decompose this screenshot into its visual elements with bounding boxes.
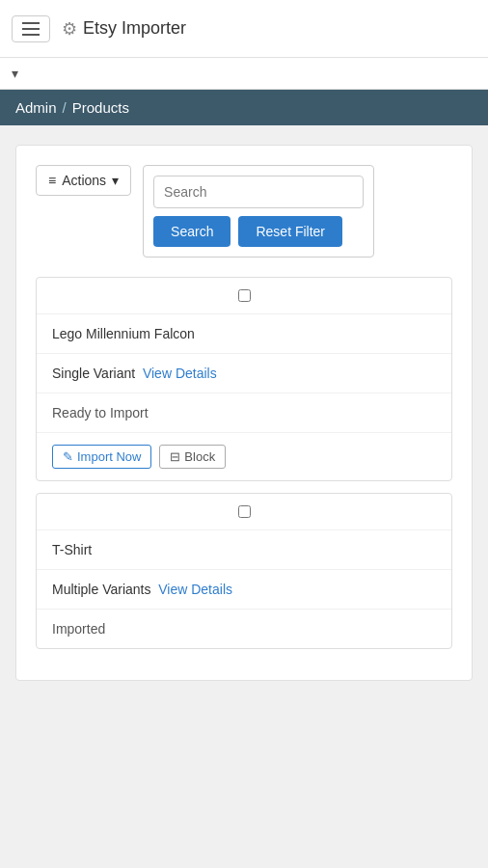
dropdown-arrow: ▾	[12, 66, 18, 81]
search-button[interactable]: Search	[153, 216, 230, 247]
dropdown-toggle-button[interactable]: ▾	[12, 66, 18, 81]
app-title-text: Etsy Importer	[83, 18, 186, 39]
hamburger-button[interactable]	[12, 15, 50, 42]
gear-icon: ⚙	[62, 18, 77, 40]
breadcrumb-current: Products	[72, 99, 129, 116]
product-1-variant: Single Variant View Details	[37, 354, 451, 393]
product-1-view-details-link[interactable]: View Details	[143, 366, 217, 381]
product-1-actions-cell: ✎ Import Now ⊟ Block	[37, 433, 451, 480]
search-input[interactable]	[153, 176, 364, 208]
breadcrumb-bar: Admin / Products	[0, 90, 488, 125]
product-1-block-label: Block	[184, 449, 215, 464]
dropdown-row: ▾	[0, 58, 488, 90]
product-1-name: Lego Millennium Falcon	[37, 314, 451, 354]
import-icon: ✎	[63, 449, 73, 464]
product-1-block-button[interactable]: ⊟ Block	[159, 445, 226, 469]
actions-row: ≡ Actions ▾ Search Reset Filter	[36, 165, 452, 258]
content-card: ≡ Actions ▾ Search Reset Filter Lego Mil…	[15, 145, 473, 681]
app-title: ⚙ Etsy Importer	[62, 18, 186, 40]
product-2-variant: Multiple Variants View Details	[37, 570, 451, 610]
breadcrumb-separator: /	[63, 99, 67, 116]
product-1-checkbox-cell	[37, 278, 451, 314]
list-icon: ≡	[48, 173, 56, 188]
actions-label: Actions	[62, 173, 106, 188]
search-dropdown: Search Reset Filter	[143, 165, 374, 258]
block-icon: ⊟	[170, 449, 180, 464]
product-2-view-details-link[interactable]: View Details	[158, 582, 232, 597]
product-2-checkbox-cell	[37, 494, 451, 530]
actions-dropdown-arrow: ▾	[112, 173, 119, 188]
product-group-2: T-Shirt Multiple Variants View Details I…	[36, 493, 452, 649]
product-1-status: Ready to Import	[37, 393, 451, 433]
product-2-variant-prefix: Multiple Variants	[52, 582, 150, 597]
breadcrumb-admin-link[interactable]: Admin	[15, 99, 57, 116]
product-1-checkbox[interactable]	[238, 289, 251, 302]
actions-button[interactable]: ≡ Actions ▾	[36, 165, 131, 196]
product-group-1: Lego Millennium Falcon Single Variant Vi…	[36, 277, 452, 481]
actions-search-area: ≡ Actions ▾ Search Reset Filter	[36, 165, 452, 258]
product-2-name: T-Shirt	[37, 530, 451, 570]
search-buttons: Search Reset Filter	[153, 216, 364, 247]
main-content: ≡ Actions ▾ Search Reset Filter Lego Mil…	[0, 125, 488, 700]
product-2-checkbox[interactable]	[238, 505, 251, 518]
product-2-status: Imported	[37, 610, 451, 648]
top-header: ⚙ Etsy Importer	[0, 0, 488, 58]
product-1-import-button[interactable]: ✎ Import Now	[52, 445, 151, 469]
reset-filter-button[interactable]: Reset Filter	[238, 216, 342, 247]
product-1-import-label: Import Now	[77, 449, 141, 464]
product-1-variant-prefix: Single Variant	[52, 366, 135, 381]
